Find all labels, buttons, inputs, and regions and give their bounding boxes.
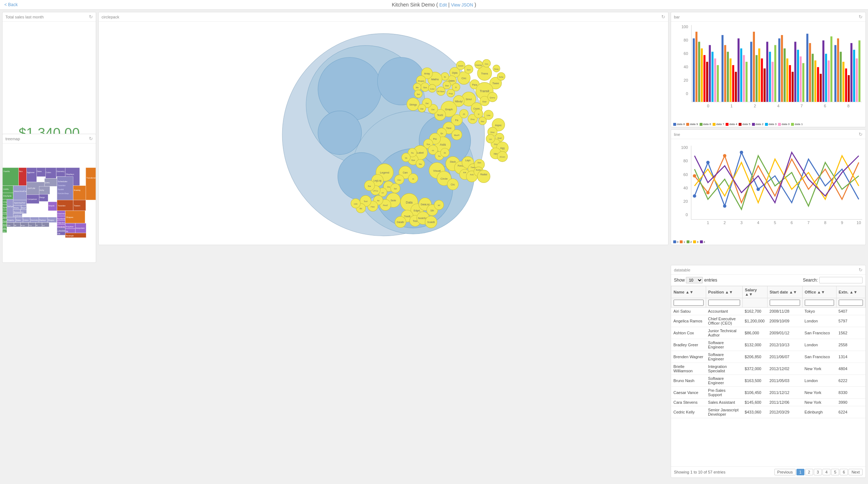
svg-rect-274	[817, 67, 819, 102]
svg-text:Colors: Colors	[46, 172, 51, 174]
svg-text:Range: Range	[39, 197, 45, 198]
svg-text:Her: Her	[494, 153, 498, 155]
page-4-button[interactable]: 4	[822, 469, 830, 475]
svg-text:DataList: DataList	[421, 203, 429, 206]
svg-text:Comparison: Comparison	[27, 198, 37, 200]
table-cell: 2012/10/13	[767, 339, 802, 351]
svg-rect-257	[769, 52, 771, 102]
svg-rect-275	[820, 74, 822, 102]
svg-text:Parallel: Parallel	[58, 189, 64, 190]
search-input[interactable]	[819, 277, 863, 283]
svg-rect-271	[809, 43, 811, 102]
svg-rect-237	[712, 52, 714, 102]
svg-text:Geom: Geom	[458, 65, 464, 67]
line-refresh-icon[interactable]: ↻	[859, 132, 863, 137]
svg-text:Shapes: Shapes	[66, 216, 73, 218]
table-cell: Integration Specialist	[706, 363, 743, 375]
entries-select[interactable]: 10 25 50 100	[686, 277, 703, 283]
table-cell: New York	[802, 399, 836, 406]
svg-text:Del: Del	[417, 93, 420, 95]
table-cell: 4804	[836, 363, 865, 375]
svg-text:Cam: Cam	[403, 171, 408, 174]
table-row: Ashton CoxJunior Technical Author$86,000…	[671, 327, 865, 339]
svg-text:Sth: Sth	[430, 209, 434, 212]
svg-text:Objecties: Objecties	[57, 222, 65, 224]
col-extn[interactable]: Extn. ▲▼	[836, 286, 865, 298]
treemap-refresh-icon[interactable]: ↻	[89, 136, 93, 141]
svg-text:40: 40	[684, 65, 688, 69]
circlepack-title: circlepack	[102, 15, 119, 19]
svg-text:7: 7	[800, 104, 803, 108]
svg-text:3: 3	[740, 220, 743, 225]
svg-text:Expr: Expr	[482, 100, 486, 103]
entries-label: entries	[704, 278, 717, 283]
line-legend: 0 1 2 3 4	[671, 240, 865, 244]
filter-startdate[interactable]	[770, 300, 800, 306]
svg-text:colo: colo	[354, 203, 357, 205]
svg-point-5	[318, 111, 362, 155]
table-row: Angelica RamosChief Executive Officer (C…	[671, 315, 865, 327]
filter-office[interactable]	[805, 300, 834, 306]
page-3-button[interactable]: 3	[814, 469, 822, 475]
table-row: Caesar VancePre-Sales Support$106,450201…	[671, 387, 865, 399]
svg-text:Maths: Maths	[431, 78, 439, 81]
col-office[interactable]: Office ▲▼	[802, 286, 836, 298]
svg-text:SpanningTree: SpanningTree	[14, 202, 25, 204]
svg-rect-276	[822, 40, 825, 102]
page-2-button[interactable]: 2	[805, 469, 813, 475]
back-link[interactable]: < Back	[4, 2, 18, 7]
table-cell: Pre-Sales Support	[706, 387, 743, 399]
bar-header: bar ↻	[671, 12, 865, 22]
circlepack-refresh-icon[interactable]: ↻	[661, 14, 665, 20]
filter-position[interactable]	[708, 300, 740, 306]
svg-text:4: 4	[757, 220, 759, 225]
datatable-title: datatable	[674, 268, 690, 272]
page-6-button[interactable]: 6	[840, 469, 848, 475]
col-startdate[interactable]: Start date ▲▼	[767, 286, 802, 298]
edit-link[interactable]: Edit	[439, 3, 447, 8]
prev-button[interactable]: Previous	[774, 469, 796, 475]
svg-text:4: 4	[777, 104, 779, 108]
svg-text:Inf: Inf	[438, 204, 441, 206]
next-button[interactable]: Next	[848, 469, 863, 475]
col-position[interactable]: Position ▲▼	[706, 286, 743, 298]
treemap-svg: FareVis Linetta DirtySprite 1 Drag Sprin…	[3, 144, 96, 262]
svg-rect-250	[750, 42, 752, 102]
filter-extn[interactable]	[839, 300, 863, 306]
svg-text:Hm: Hm	[21, 211, 24, 213]
svg-text:Line: Line	[487, 114, 490, 116]
svg-text:Hrchy: Hrchy	[39, 189, 44, 191]
col-name[interactable]: Name ▲▼	[671, 286, 706, 298]
svg-text:Sort: Sort	[467, 69, 471, 71]
table-row: Cedric KellySenior Javascript Developer$…	[671, 406, 865, 418]
page-5-button[interactable]: 5	[831, 469, 839, 475]
svg-rect-240	[722, 35, 724, 102]
svg-point-314	[706, 191, 709, 194]
table-cell: 2009/01/12	[767, 327, 802, 339]
svg-text:NodeJ: NodeJ	[476, 169, 481, 171]
table-cell: $206,850	[743, 351, 768, 363]
filter-name[interactable]	[674, 300, 704, 306]
sales-refresh-icon[interactable]: ↻	[89, 14, 93, 20]
svg-point-313	[693, 174, 696, 177]
page-1-button[interactable]: 1	[796, 469, 804, 475]
bar-refresh-icon[interactable]: ↻	[859, 14, 863, 20]
col-salary[interactable]: Salary ▲▼	[743, 286, 768, 298]
svg-text:Mil: Mil	[36, 224, 38, 226]
title-actions: ( Edit | View JSON )	[436, 2, 476, 8]
svg-rect-286	[850, 43, 852, 102]
svg-text:Strings: Strings	[409, 103, 417, 106]
datatable-refresh-icon[interactable]: ↻	[859, 267, 863, 273]
table-cell: $1,200,000	[743, 315, 768, 327]
table-cell: 5407	[836, 308, 865, 315]
svg-rect-381	[73, 185, 86, 200]
svg-rect-285	[848, 75, 850, 102]
svg-text:Hec: Hec	[481, 120, 484, 123]
svg-rect-233	[701, 48, 703, 102]
view-json-link[interactable]: View JSON	[451, 3, 473, 8]
svg-text:Numberie: Numberie	[57, 218, 65, 220]
table-cell: Sales Assistant	[706, 399, 743, 406]
svg-text:MaxFl: MaxFl	[454, 134, 460, 136]
table-cell: San Francisco	[802, 351, 836, 363]
svg-text:Sequito: Sequito	[48, 205, 55, 207]
